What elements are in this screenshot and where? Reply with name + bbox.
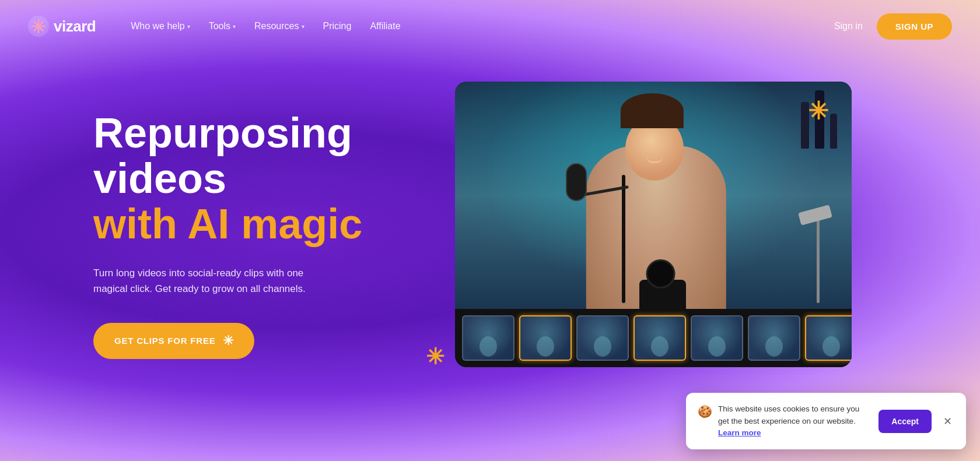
hero-subtitle: Turn long videos into social-ready clips… [93, 265, 338, 297]
cookie-accept-button[interactable]: Accept [878, 410, 932, 433]
film-frame-6[interactable] [748, 315, 800, 361]
decorative-asterisk-top: ✳ [808, 99, 828, 124]
cookie-banner: 🍪 This website uses cookies to ensure yo… [686, 393, 966, 449]
nav-affiliate[interactable]: Affiliate [370, 21, 400, 31]
nav-tools[interactable]: Tools ▾ [209, 21, 236, 31]
hero-title-highlight: with AI magic [93, 202, 420, 247]
chevron-down-icon: ▾ [302, 23, 304, 30]
hero-video-area [455, 76, 922, 367]
decorative-asterisk-bottom: ✳ [426, 346, 444, 368]
signup-button[interactable]: SIGN UP [877, 13, 952, 40]
cookie-message: This website uses cookies to ensure you … [718, 404, 859, 425]
nav-resources-label: Resources [254, 21, 299, 31]
hero-title: Repurposing videos with AI magic [93, 111, 420, 247]
logo-icon [28, 16, 49, 37]
cookie-content: 🍪 This website uses cookies to ensure yo… [698, 403, 869, 439]
nav-pricing-label: Pricing [323, 21, 352, 31]
cta-button[interactable]: GET CLIPS FOR FREE ✳ [93, 323, 254, 359]
video-scene [455, 82, 852, 309]
cookie-icon: 🍪 [698, 404, 712, 418]
cta-label: GET CLIPS FOR FREE [114, 336, 216, 346]
nav-links: Who we help ▾ Tools ▾ Resources ▾ Pricin… [131, 21, 834, 31]
video-filmstrip[interactable] [455, 309, 852, 367]
nav-pricing[interactable]: Pricing [323, 21, 352, 31]
logo-link[interactable]: vizard [28, 16, 96, 37]
film-frame-4[interactable] [634, 315, 686, 361]
nav-right: Sign in SIGN UP [834, 13, 952, 40]
nav-who-we-help-label: Who we help [131, 21, 185, 31]
film-frame-3[interactable] [576, 315, 629, 361]
signin-button[interactable]: Sign in [834, 21, 863, 31]
navbar: vizard Who we help ▾ Tools ▾ Resources ▾… [0, 0, 980, 52]
chevron-down-icon: ▾ [187, 23, 190, 30]
nav-who-we-help[interactable]: Who we help ▾ [131, 21, 190, 31]
chevron-down-icon: ▾ [233, 23, 236, 30]
video-player[interactable] [455, 82, 852, 367]
cookie-close-button[interactable]: ✕ [941, 413, 954, 430]
cookie-text: This website uses cookies to ensure you … [718, 403, 869, 439]
video-main-area [455, 82, 852, 309]
film-frame-2[interactable] [519, 315, 572, 361]
film-frame-5[interactable] [691, 315, 743, 361]
arrow-icon: ✳ [223, 333, 234, 349]
hero-content: Repurposing videos with AI magic Turn lo… [93, 76, 420, 359]
hero-title-line2: videos [93, 155, 226, 202]
film-frame-7[interactable] [805, 315, 852, 361]
nav-tools-label: Tools [209, 21, 230, 31]
nav-affiliate-label: Affiliate [370, 21, 400, 31]
nav-resources[interactable]: Resources ▾ [254, 21, 304, 31]
cookie-learn-more-link[interactable]: Learn more [718, 428, 761, 437]
film-frame-1[interactable] [462, 315, 514, 361]
brand-name: vizard [54, 17, 96, 36]
hero-title-line1: Repurposing [93, 110, 352, 156]
